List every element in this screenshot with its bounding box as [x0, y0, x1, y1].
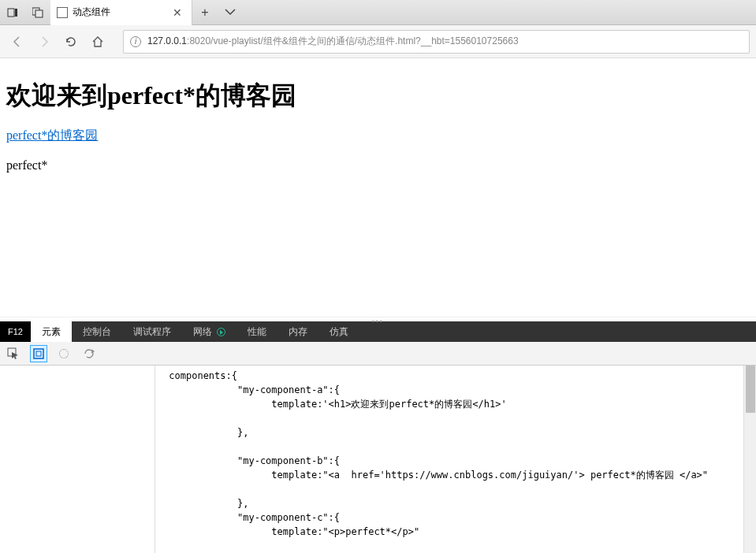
tab-emulation[interactable]: 仿真 — [318, 321, 359, 342]
vertical-scrollbar[interactable] — [743, 366, 756, 553]
code-line[interactable]: }, — [0, 496, 756, 510]
devtools-toolbar — [0, 342, 756, 366]
svg-rect-1 — [15, 9, 17, 17]
code-line[interactable]: "my-component-c":{ — [0, 510, 756, 525]
tab-elements[interactable]: 元素 — [31, 321, 72, 342]
tab-aside-icon[interactable] — [0, 0, 25, 25]
page-content: 欢迎来到perfect*的博客园 perfect*的博客园 perfect* — [0, 58, 756, 317]
code-line[interactable]: components:{ — [0, 369, 756, 383]
tab-console[interactable]: 控制台 — [72, 321, 122, 342]
page-heading: 欢迎来到perfect*的博客园 — [6, 79, 750, 113]
refresh-tree-icon[interactable] — [80, 345, 98, 362]
tab-memory[interactable]: 内存 — [277, 321, 318, 342]
code-line[interactable]: template:"<p>perfect*</p>" — [0, 525, 756, 539]
browser-tab[interactable]: 动态组件 ✕ — [50, 0, 192, 25]
tab-performance[interactable]: 性能 — [236, 321, 277, 342]
code-line[interactable]: }, — [0, 425, 756, 440]
svg-rect-0 — [8, 9, 14, 17]
page-icon — [57, 7, 68, 18]
highlight-icon[interactable] — [30, 345, 47, 362]
new-tab-button[interactable]: + — [192, 6, 218, 20]
code-line[interactable] — [0, 482, 756, 496]
forward-button[interactable] — [33, 31, 55, 53]
record-icon — [217, 328, 225, 336]
back-button[interactable] — [6, 31, 28, 53]
tab-debugger[interactable]: 调试程序 — [122, 321, 182, 342]
blog-link[interactable]: perfect*的博客园 — [6, 128, 98, 142]
window-titlebar: 动态组件 ✕ + — [0, 0, 756, 25]
svg-rect-3 — [35, 10, 43, 17]
refresh-button[interactable] — [60, 31, 82, 53]
svg-rect-5 — [34, 349, 43, 358]
tab-list-icon[interactable] — [25, 0, 50, 25]
page-paragraph: perfect* — [6, 158, 750, 173]
code-line[interactable]: template:'<h1>欢迎来到perfect*的博客园</h1>' — [0, 397, 756, 411]
close-tab-icon[interactable]: ✕ — [169, 6, 185, 19]
address-bar[interactable]: i 127.0.0.1:8020/vue-playlist/组件&组件之间的通信… — [123, 30, 750, 54]
devtools-source-panel[interactable]: components:{ "my-component-a":{ template… — [0, 366, 756, 553]
code-line[interactable]: template:"<a href='https://www.cnblogs.c… — [0, 468, 756, 482]
panel-gutter[interactable] — [155, 366, 155, 553]
svg-rect-6 — [36, 351, 41, 356]
spinner-icon[interactable] — [55, 345, 73, 362]
tab-network[interactable]: 网络 — [182, 321, 236, 342]
tab-actions-icon[interactable] — [218, 9, 243, 17]
code-line[interactable] — [0, 411, 756, 425]
tab-title: 动态组件 — [73, 6, 110, 19]
url-text: 127.0.0.1:8020/vue-playlist/组件&组件之间的通信/动… — [147, 35, 519, 48]
info-icon[interactable]: i — [130, 36, 141, 47]
select-element-icon[interactable] — [5, 345, 22, 362]
home-button[interactable] — [87, 31, 109, 53]
code-line[interactable] — [0, 539, 756, 553]
code-line[interactable] — [0, 440, 756, 454]
code-line[interactable]: "my-component-a":{ — [0, 383, 756, 397]
browser-toolbar: i 127.0.0.1:8020/vue-playlist/组件&组件之间的通信… — [0, 25, 756, 58]
devtools-f12-label: F12 — [0, 321, 31, 342]
code-line[interactable]: "my-component-b":{ — [0, 454, 756, 468]
